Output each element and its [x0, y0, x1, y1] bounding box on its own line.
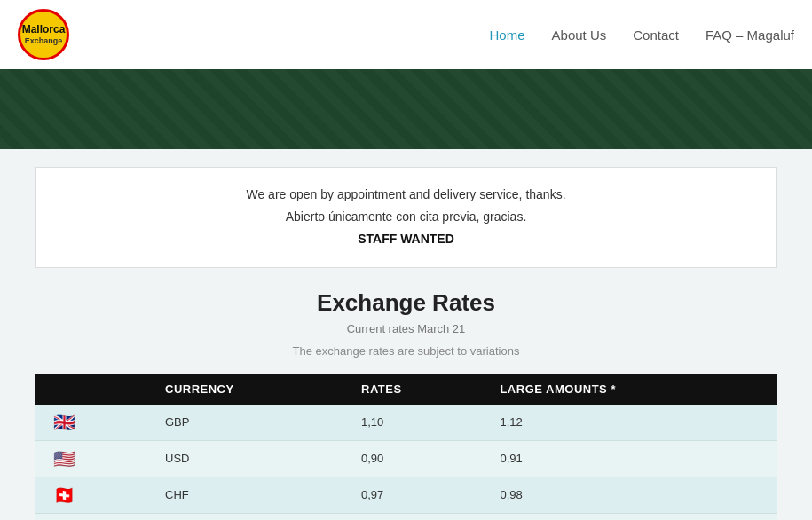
notice-box: We are open by appointment and delivery …: [35, 167, 777, 268]
col-header-flag: [35, 374, 151, 405]
exchange-section: Exchange Rates Current rates March 21 Th…: [35, 289, 777, 358]
hero-banner: [0, 69, 812, 149]
notice-line2: Abierto únicamente con cita previa, grac…: [63, 206, 749, 228]
rates-table: CURRENCY RATES LARGE AMOUNTS * 🇬🇧GBP1,10…: [35, 374, 777, 520]
header: Mallorca Exchange Home About Us Contact …: [0, 0, 812, 69]
notice-line1: We are open by appointment and delivery …: [63, 184, 749, 206]
cell-rate: 0,97: [347, 477, 485, 513]
cell-currency: GBP: [151, 405, 347, 441]
flag-icon: 🇺🇸: [50, 449, 78, 469]
current-rates-label: Current rates March 21: [35, 322, 777, 335]
col-header-currency: CURRENCY: [151, 374, 347, 405]
nav-faq[interactable]: FAQ – Magaluf: [706, 28, 794, 43]
main-nav: Home About Us Contact FAQ – Magaluf: [490, 28, 794, 43]
flag-icon: 🇬🇧: [50, 413, 78, 432]
cell-large-amount: 0,87: [485, 513, 777, 520]
cell-currency: CHF: [151, 477, 347, 513]
cell-currency: SEK: [151, 513, 347, 520]
cell-currency: USD: [151, 440, 347, 477]
nav-contact[interactable]: Contact: [633, 28, 679, 43]
cell-flag: 🇨🇭: [35, 477, 151, 513]
table-row: 🇬🇧GBP1,101,12: [35, 405, 777, 441]
disclaimer-text: The exchange rates are subject to variat…: [35, 344, 777, 358]
cell-flag: 🇺🇸: [35, 440, 151, 477]
main-content: We are open by appointment and delivery …: [0, 149, 812, 520]
cell-rate: 0,90: [347, 440, 485, 477]
nav-about[interactable]: About Us: [552, 28, 607, 43]
cell-rate: 1,10: [347, 405, 485, 441]
table-row: 🇸🇪SEK0,860,87: [35, 513, 777, 520]
table-row: 🇨🇭CHF0,970,98: [35, 477, 777, 513]
table-header-row: CURRENCY RATES LARGE AMOUNTS *: [35, 374, 777, 405]
cell-large-amount: 0,91: [485, 440, 777, 477]
logo-main-text: Mallorca: [22, 23, 66, 35]
col-header-large: LARGE AMOUNTS *: [485, 374, 777, 405]
cell-rate: 0,86: [347, 513, 485, 520]
table-row: 🇺🇸USD0,900,91: [35, 440, 777, 477]
cell-flag: 🇸🇪: [35, 513, 151, 520]
cell-large-amount: 0,98: [485, 477, 777, 513]
exchange-title: Exchange Rates: [35, 289, 777, 317]
logo[interactable]: Mallorca Exchange: [18, 9, 69, 60]
logo-sub-text: Exchange: [25, 36, 63, 46]
cell-flag: 🇬🇧: [35, 405, 151, 441]
col-header-rates: RATES: [347, 374, 485, 405]
cell-large-amount: 1,12: [485, 405, 777, 441]
nav-home[interactable]: Home: [490, 28, 525, 43]
notice-staff-wanted: STAFF WANTED: [63, 228, 749, 250]
flag-icon: 🇨🇭: [50, 485, 78, 505]
